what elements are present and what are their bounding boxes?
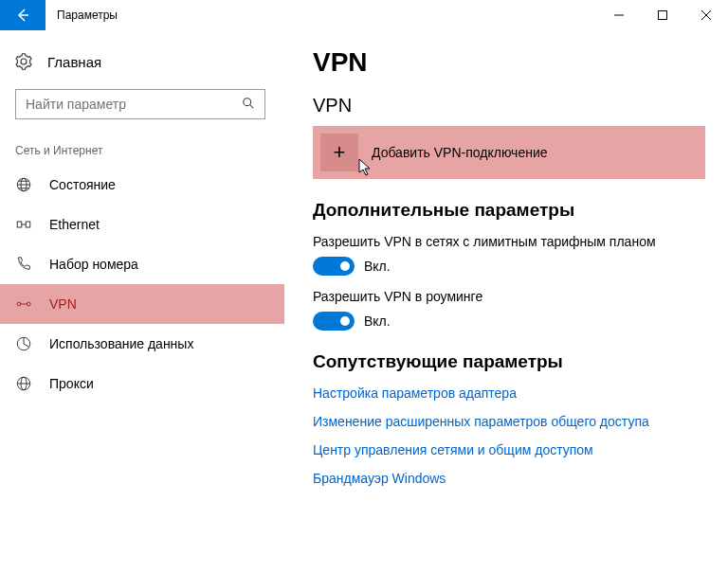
svg-rect-5 [26,222,30,227]
sidebar-item-label: Набор номера [49,257,138,272]
svg-rect-4 [17,222,22,227]
svg-point-1 [244,98,251,105]
sidebar-item-dialup[interactable]: Набор номера [0,244,284,284]
sidebar-item-datausage[interactable]: Использование данных [0,324,284,364]
related-section-title: Сопутствующие параметры [313,351,705,372]
toggle-metered[interactable] [313,257,355,276]
page-title: VPN [313,47,705,78]
phone-icon [15,256,32,273]
setting-label: Разрешить VPN в роуминге [313,289,705,304]
toggle-state: Вкл. [364,259,391,274]
link-adapter-settings[interactable]: Настройка параметров адаптера [313,385,705,401]
sidebar-item-status[interactable]: Состояние [0,165,284,205]
sidebar-item-vpn[interactable]: VPN [0,284,284,324]
ethernet-icon [15,216,32,233]
svg-point-6 [17,302,21,306]
back-button[interactable] [0,0,46,30]
setting-roaming: Разрешить VPN в роуминге Вкл. [313,289,705,331]
search-box[interactable] [15,89,265,119]
maximize-button[interactable] [641,0,684,30]
add-vpn-label: Добавить VPN-подключение [372,145,548,160]
proxy-icon [15,375,32,392]
svg-point-7 [27,302,30,306]
sidebar-item-label: Прокси [49,376,94,391]
sidebar-item-proxy[interactable]: Прокси [0,364,284,403]
add-vpn-button[interactable]: + Добавить VPN-подключение [313,126,705,179]
gear-icon [15,53,32,70]
search-icon [232,97,264,113]
plus-icon: + [320,134,358,171]
titlebar: Параметры [0,0,728,30]
cursor-icon [358,158,373,177]
svg-rect-0 [659,11,667,20]
link-network-center[interactable]: Центр управления сетями и общим доступом [313,442,705,457]
vpn-icon [15,295,32,313]
sidebar-item-label: Использование данных [49,336,193,351]
sidebar-item-label: VPN [49,296,77,312]
minimize-button[interactable] [597,0,641,30]
advanced-section-title: Дополнительные параметры [313,200,705,221]
setting-label: Разрешить VPN в сетях с лимитным тарифны… [313,234,705,249]
home-label: Главная [47,54,101,70]
nav-group-label: Сеть и Интернет [0,136,284,165]
setting-metered: Разрешить VPN в сетях с лимитным тарифны… [313,234,705,276]
link-sharing-settings[interactable]: Изменение расширенных параметров общего … [313,414,705,429]
toggle-roaming[interactable] [313,312,355,331]
sidebar-item-label: Ethernet [49,217,100,232]
sidebar-item-label: Состояние [49,177,116,192]
vpn-section-title: VPN [313,95,705,116]
search-input[interactable] [16,97,232,112]
globe-icon [15,176,32,193]
home-button[interactable]: Главная [0,47,284,81]
arrow-left-icon [15,8,30,23]
link-firewall[interactable]: Брандмауэр Windows [313,471,705,486]
sidebar: Главная Сеть и Интернет Состояние Ethern… [0,30,284,573]
main-content: VPN VPN + Добавить VPN-подключение Допол… [284,30,728,573]
close-button[interactable] [684,0,728,30]
sidebar-item-ethernet[interactable]: Ethernet [0,205,284,244]
data-usage-icon [15,335,32,352]
toggle-state: Вкл. [364,313,391,329]
window-title: Параметры [46,9,597,22]
